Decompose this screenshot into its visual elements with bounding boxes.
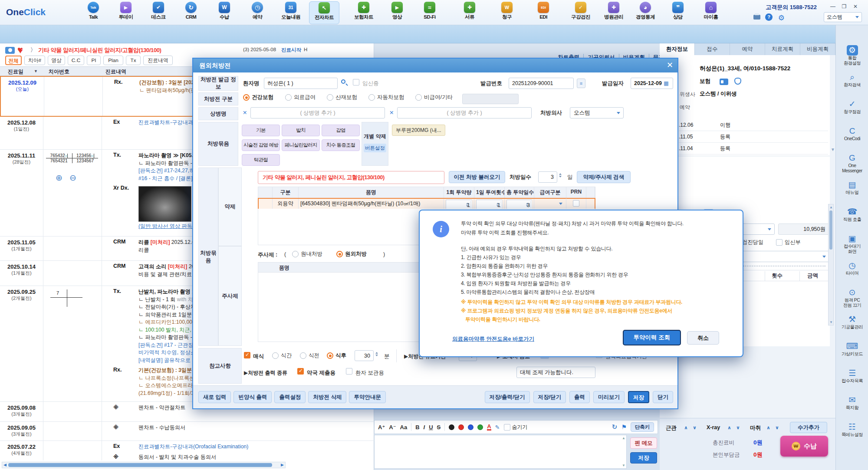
brush-icon[interactable]: ✎ [495,424,500,431]
rail-OneCodi[interactable]: COneCodi [836,126,868,152]
before-meal-radio[interactable]: 식전 [300,352,319,359]
right-scrollbar[interactable]: ▲ ▼ [828,204,834,325]
id-card-icon[interactable] [720,79,728,85]
disease-clear-icon-2[interactable]: ✕ [389,109,394,116]
nav-EDI[interactable]: EDIEDI [528,1,559,24]
issue-no-input[interactable]: 20251209-90001 [509,78,574,89]
zoom-icons[interactable]: ⊕⊖ [56,173,102,183]
memo-scroll-up-icon[interactable]: ▲ [622,436,625,440]
rail-직원 호출[interactable]: ☎직원 호출 [836,207,868,233]
bookmark-icon[interactable]: ⚑ [621,424,627,431]
expand-chevron-icon[interactable]: 〉 [30,46,36,54]
tab-PI[interactable]: PI [87,56,101,65]
color-dot-#2858d8[interactable] [468,424,473,430]
qty-spinner[interactable] [464,201,471,209]
nav-경영통계[interactable]: ◕경영통계 [630,1,661,24]
reservation-row[interactable]: .11.05등록 [679,131,828,143]
injection-external-radio[interactable]: 원외처방 [336,250,367,258]
rail-타이머[interactable]: ◷타이머 [836,260,868,286]
pen-memo-button[interactable]: 펜 메모 [630,437,657,449]
zoom-in-icon[interactable]: ⊕ [56,173,69,182]
pharmacy-copy-checkbox[interactable] [297,368,304,376]
rx-type-산재보험[interactable]: 산재보험 [327,94,357,101]
tab-접수[interactable]: 접수 [695,43,730,55]
sort-desc-icon[interactable]: ▼ [34,69,38,73]
memo-textarea[interactable]: ▲ ▼ [374,435,627,469]
scroll-up-icon[interactable]: ▲ [829,205,833,209]
nav-예약[interactable]: ◷예약 [242,1,273,24]
tab-비용계획[interactable]: 비용계획 [800,43,835,55]
reservation-row[interactable]: .12.06이행 [679,119,828,131]
footer-처방전 삭제[interactable]: 처방전 삭제 [308,391,346,403]
format-A⁺-icon[interactable]: A⁺ [378,424,385,431]
disease-input-2[interactable]: ( 상병명 추가 ) [397,107,532,118]
issue-no-list-icon[interactable]: ≡ [577,79,585,88]
nav-병원관리[interactable]: ✚병원관리 [598,1,629,24]
scroll-right-icon[interactable]: ▶ [281,463,284,467]
anesthesia-down-icon[interactable]: ∨ [775,425,779,431]
prn-checkbox[interactable] [573,200,579,207]
patient-name-input[interactable]: 허성은( 1 ) [264,78,338,89]
patient-lookup-icon[interactable] [341,79,345,84]
rail-가상키보드[interactable]: ⌨가상키보드 [836,341,868,367]
help-icon[interactable]: ? [765,13,773,21]
injection-inhouse-radio[interactable]: 원내처방 [292,250,322,258]
check-history-button[interactable]: 투약이력 조회 [623,330,681,345]
color-dot-#e03028[interactable] [458,424,464,430]
tab-전체[interactable]: 전체 [5,56,22,65]
nav-데스크[interactable]: ✔데스크 [143,1,174,24]
nav-투데이[interactable]: ▶투데이 [111,1,141,24]
doctor-select[interactable]: 오스템 [570,107,624,118]
footer-출력설정[interactable]: 출력설정 [274,391,306,403]
format-Aa-icon[interactable]: Aa [400,424,408,431]
pregnant-checkbox[interactable] [353,79,359,85]
nav-보험차트[interactable]: ✚보험차트 [349,1,379,24]
footer-새로 입력[interactable]: 새로 입력 [198,391,231,403]
nav-상담[interactable]: ❞상담 [663,1,693,24]
reservation-row[interactable]: .11.04등록 [679,143,828,154]
checkbox-임신부[interactable]: 임신부 [776,239,801,246]
rail-OneMessenger[interactable]: GOneMessenger [836,153,868,179]
rail-기공물관리[interactable]: ⚒기공물관리 [836,314,868,340]
zoom-out-icon[interactable]: ⊖ [69,173,83,182]
col-date[interactable]: 진료일 [8,68,23,76]
bundle-페니실린알러지[interactable]: 페니실린알러지 [282,139,320,151]
nav-마이홈[interactable]: ⌂마이홈 [696,1,726,24]
rail-쪽메뉴설정[interactable]: ☷쪽메뉴설정 [836,422,868,448]
disease-input-1[interactable]: ( 상병명 추가 ) [250,107,385,118]
hide-toggle[interactable]: 숨기기 [504,424,528,431]
settings-gear-icon[interactable]: ⚙ [778,13,785,23]
memo-save-button[interactable]: 저장 [630,452,657,463]
substitution-note-input[interactable]: 대체 조제 가능합니다. [516,367,595,378]
rx-days-input[interactable]: 3 [538,171,557,183]
individual-drug-button[interactable]: 부루펜200MG (내... [392,125,445,136]
format-S-icon[interactable]: S [437,424,441,431]
format-B-icon[interactable]: B [415,424,419,431]
tab-Tx[interactable]: Tx [126,56,141,65]
calendar-icon[interactable]: ▦ [664,80,669,86]
load-previous-rx-button[interactable]: 이전 처방 불러오기 [449,171,505,183]
bundle-기본[interactable]: 기본 [242,125,280,136]
treatment-row[interactable]: 2025.09.05(3개월전)※펜차트 - 수납동의서 [0,422,374,441]
rx-type-건강보험[interactable]: 건강보험 [243,94,273,101]
nav-SD-Fi[interactable]: ≈SD-Fi [414,1,445,24]
bundle-시술전 감염 예방[interactable]: 시술전 감염 예방 [242,139,280,151]
format-U-icon[interactable]: U [429,424,433,431]
dialog-close-icon[interactable]: ✕ [667,60,673,70]
footer-투약안내문[interactable]: 투약안내문 [349,391,386,403]
tab-환자정보[interactable]: 환자정보 [660,43,695,55]
rail-접수자목록[interactable]: ☰접수자목록 [836,368,868,394]
user-select[interactable]: 오스템 [824,12,862,22]
xray-down-icon[interactable]: ∨ [736,425,740,431]
sched-scroll-down-icon[interactable]: ▼ [831,147,835,152]
cancel-button[interactable]: 취소 [687,331,719,345]
bundle-턱관절[interactable]: 턱관절 [242,154,280,166]
rootcanal-up-icon[interactable]: ∧ [684,425,688,431]
between-meal-radio[interactable]: 식간 [272,352,292,359]
nav-Talk[interactable]: TalkTalk [78,1,108,24]
col-detail[interactable]: 진료내역 [105,68,126,76]
tab-진료내역[interactable]: 진료내역 [143,56,173,65]
nav-서류[interactable]: ✚서류 [454,1,485,24]
memo-scroll-down-icon[interactable]: ▼ [622,463,625,467]
tab-치아#[interactable]: 치아# [24,56,45,65]
